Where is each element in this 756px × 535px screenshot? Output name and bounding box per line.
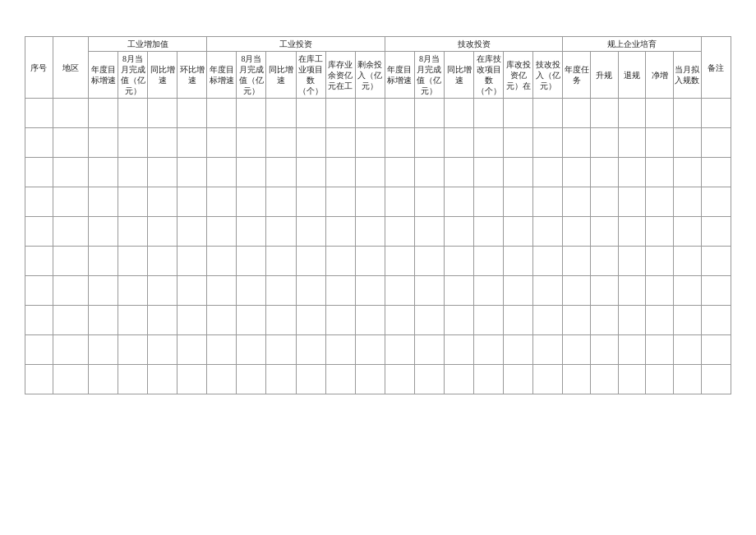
table-cell [118, 247, 148, 276]
table-cell [25, 306, 53, 335]
table-cell [237, 128, 266, 158]
table-cell [504, 365, 533, 394]
table-cell [591, 276, 619, 306]
table-cell [674, 306, 702, 335]
table-cell [385, 247, 414, 276]
table-cell [618, 187, 646, 217]
table-cell [591, 217, 619, 247]
table-cell [296, 99, 325, 128]
table-cell [88, 217, 118, 247]
table-cell [53, 365, 88, 394]
table-cell [591, 306, 619, 335]
table-row [25, 187, 731, 217]
table-cell [266, 306, 296, 335]
table-cell [563, 247, 591, 276]
sub-header-cult-4: 净增 [646, 52, 674, 99]
table-cell [325, 128, 355, 158]
table-cell [563, 217, 591, 247]
table-cell [266, 99, 296, 128]
table-cell [701, 99, 731, 128]
table-cell [237, 247, 266, 276]
table-cell [414, 365, 444, 394]
table-cell [444, 187, 473, 217]
table-cell [266, 187, 296, 217]
table-cell [207, 217, 237, 247]
table-cell [646, 99, 674, 128]
table-cell [88, 187, 118, 217]
table-cell [646, 365, 674, 394]
table-cell [701, 217, 731, 247]
table-cell [701, 187, 731, 217]
table-cell [385, 99, 414, 128]
sub-header-cult-3: 退规 [618, 52, 646, 99]
table-cell [355, 99, 385, 128]
table-cell [296, 306, 325, 335]
table-cell [385, 365, 414, 394]
table-cell [533, 158, 563, 187]
table-cell [325, 187, 355, 217]
table-cell [674, 158, 702, 187]
table-cell [207, 306, 237, 335]
table-cell [177, 158, 207, 187]
sub-header-ti-5: 库改投资亿元）在 [504, 52, 533, 99]
table-cell [207, 335, 237, 365]
table-cell [237, 158, 266, 187]
table-cell [25, 335, 53, 365]
table-cell [385, 335, 414, 365]
sub-header-cult-1: 年度任务 [563, 52, 591, 99]
table-cell [296, 217, 325, 247]
sub-header-iav-2: 8月当月完成值（亿元） [118, 52, 148, 99]
table-cell [266, 217, 296, 247]
table-cell [355, 276, 385, 306]
table-cell [646, 335, 674, 365]
table-cell [177, 187, 207, 217]
table-cell [504, 247, 533, 276]
table-cell [414, 99, 444, 128]
table-cell [355, 187, 385, 217]
table-cell [591, 99, 619, 128]
table-cell [646, 217, 674, 247]
data-table: 序号 地区 工业增加值 工业投资 技改投资 规上企业培育 备注 年度目标增速 8… [25, 36, 731, 394]
table-cell [504, 335, 533, 365]
table-cell [674, 365, 702, 394]
table-cell [701, 158, 731, 187]
table-cell [118, 365, 148, 394]
table-cell [148, 335, 177, 365]
table-cell [325, 217, 355, 247]
table-cell [118, 217, 148, 247]
sub-header-ii-6: 剩余投入（亿元） [355, 52, 385, 99]
table-cell [118, 187, 148, 217]
table-cell [118, 335, 148, 365]
table-cell [296, 276, 325, 306]
table-cell [325, 158, 355, 187]
table-cell [118, 306, 148, 335]
table-cell [533, 128, 563, 158]
table-cell [646, 306, 674, 335]
header-area: 地区 [53, 37, 88, 99]
table-cell [533, 99, 563, 128]
table-cell [533, 247, 563, 276]
table-cell [444, 306, 473, 335]
header-tech-investment: 技改投资 [385, 37, 563, 52]
table-cell [563, 99, 591, 128]
table-cell [325, 365, 355, 394]
table-cell [88, 99, 118, 128]
table-cell [148, 158, 177, 187]
table-cell [563, 276, 591, 306]
header-seqno: 序号 [25, 37, 53, 99]
table-container: 序号 地区 工业增加值 工业投资 技改投资 规上企业培育 备注 年度目标增速 8… [25, 36, 731, 394]
sub-header-ti-3: 同比增速 [444, 52, 473, 99]
table-cell [444, 99, 473, 128]
table-cell [533, 306, 563, 335]
table-cell [591, 365, 619, 394]
table-cell [646, 276, 674, 306]
header-industrial-investment: 工业投资 [207, 37, 385, 52]
table-cell [207, 247, 237, 276]
sub-header-iav-4: 环比增速 [177, 52, 207, 99]
table-cell [414, 217, 444, 247]
table-row [25, 158, 731, 187]
table-cell [646, 158, 674, 187]
table-cell [148, 217, 177, 247]
table-cell [444, 128, 473, 158]
table-cell [504, 128, 533, 158]
